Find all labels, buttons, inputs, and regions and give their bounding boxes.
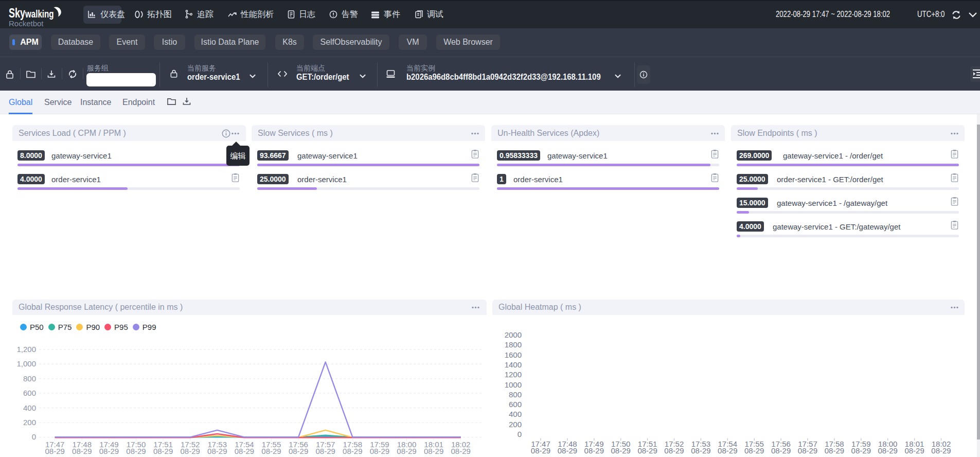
svg-text:08-29: 08-29 <box>45 447 65 455</box>
svg-text:08-29: 08-29 <box>664 446 684 455</box>
svg-text:800: 800 <box>509 390 522 399</box>
svg-text:08-29: 08-29 <box>261 447 281 455</box>
svg-text:1,000: 1,000 <box>16 359 36 368</box>
svg-text:08-29: 08-29 <box>611 446 631 455</box>
svg-text:0: 0 <box>32 432 36 441</box>
svg-text:600: 600 <box>23 389 36 397</box>
svg-text:08-29: 08-29 <box>126 447 146 455</box>
svg-text:1,200: 1,200 <box>16 345 36 354</box>
svg-text:200: 200 <box>23 418 36 427</box>
svg-text:08-29: 08-29 <box>289 447 308 455</box>
svg-text:0: 0 <box>518 430 522 438</box>
svg-text:08-29: 08-29 <box>637 446 657 455</box>
svg-text:1000: 1000 <box>505 380 522 389</box>
svg-text:2000: 2000 <box>505 330 522 339</box>
svg-text:400: 400 <box>509 410 522 418</box>
svg-text:08-29: 08-29 <box>181 447 200 455</box>
svg-text:08-29: 08-29 <box>531 446 550 455</box>
svg-text:08-29: 08-29 <box>718 446 737 455</box>
svg-text:08-29: 08-29 <box>584 446 604 455</box>
svg-text:08-29: 08-29 <box>99 447 119 455</box>
svg-text:08-29: 08-29 <box>798 446 817 455</box>
svg-text:08-29: 08-29 <box>397 447 416 455</box>
svg-text:08-29: 08-29 <box>904 446 924 455</box>
svg-text:08-29: 08-29 <box>851 446 871 455</box>
svg-text:08-29: 08-29 <box>153 447 173 455</box>
svg-text:08-29: 08-29 <box>207 447 227 455</box>
svg-text:1400: 1400 <box>505 360 522 369</box>
svg-text:08-29: 08-29 <box>235 447 254 455</box>
svg-text:08-29: 08-29 <box>771 446 791 455</box>
svg-text:08-29: 08-29 <box>72 447 92 455</box>
svg-text:1600: 1600 <box>505 350 522 359</box>
svg-text:800: 800 <box>23 374 36 383</box>
svg-text:08-29: 08-29 <box>316 447 335 455</box>
svg-text:08-29: 08-29 <box>931 446 951 455</box>
svg-text:08-29: 08-29 <box>825 446 844 455</box>
svg-text:08-29: 08-29 <box>343 447 362 455</box>
svg-text:08-29: 08-29 <box>878 446 898 455</box>
svg-text:200: 200 <box>509 420 522 429</box>
svg-text:600: 600 <box>509 400 522 409</box>
svg-text:1200: 1200 <box>505 370 522 379</box>
svg-text:08-29: 08-29 <box>451 447 471 455</box>
svg-text:1800: 1800 <box>505 340 522 349</box>
svg-text:08-29: 08-29 <box>744 446 764 455</box>
svg-text:08-29: 08-29 <box>424 447 443 455</box>
svg-text:08-29: 08-29 <box>691 446 710 455</box>
svg-text:400: 400 <box>23 403 36 412</box>
svg-text:08-29: 08-29 <box>370 447 389 455</box>
svg-text:08-29: 08-29 <box>558 446 577 455</box>
